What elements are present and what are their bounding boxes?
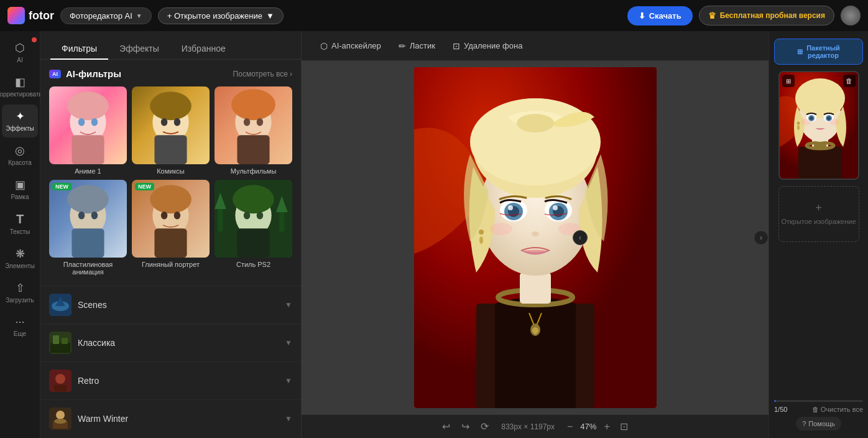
open-image-label: + Открытое изображение	[167, 11, 262, 21]
zoom-out-button[interactable]: −	[565, 420, 575, 434]
svg-rect-7	[154, 135, 187, 164]
tab-favorites[interactable]: Избранное	[170, 39, 237, 60]
svg-rect-75	[798, 147, 842, 180]
filter-item-ps2[interactable]: Стиль PS2	[215, 180, 292, 276]
category-scenes-left: Scenes	[49, 294, 107, 316]
chevron-down-icon: ▼	[285, 376, 292, 385]
category-warmwinter[interactable]: Warm Winter ▼	[40, 399, 301, 437]
trial-label: Бесплатная пробная версия	[720, 11, 825, 20]
bg-removal-tool[interactable]: ⊡ Удаление фона	[444, 36, 532, 56]
svg-point-3	[78, 118, 85, 126]
ai-upscaler-tool[interactable]: ⬡ AI-апскейлер	[312, 36, 390, 56]
sidebar-item-beauty[interactable]: ◎ Красота	[2, 139, 38, 172]
category-warmwinter-name: Warm Winter	[78, 414, 128, 424]
filter-item-plasticine[interactable]: NEW Пластилиновая анимация	[49, 180, 127, 276]
filter-thumb-plasticine: NEW	[49, 180, 127, 258]
history-button[interactable]: ⟳	[478, 419, 491, 434]
retro-thumb	[49, 370, 72, 392]
download-icon: ⬇	[639, 11, 645, 21]
tab-filters[interactable]: Фильтры	[50, 39, 108, 60]
progress-bar-wrap	[774, 400, 863, 402]
sidebar-item-elements[interactable]: ❋ Элементы	[2, 242, 38, 275]
redo-button[interactable]: ↪	[459, 419, 472, 434]
photo-editor-label: Фоторедактор AI	[70, 11, 132, 21]
svg-point-86	[827, 116, 831, 120]
svg-rect-28	[237, 228, 269, 258]
filter-thumb-comics	[132, 86, 210, 164]
filter-label-anime1: Аниме 1	[75, 167, 101, 175]
svg-point-71	[490, 223, 512, 235]
svg-point-90	[797, 125, 800, 130]
sidebar-item-upload[interactable]: ⇧ Загрузить	[2, 276, 38, 309]
view-all-label: Посмотреть все	[233, 70, 288, 78]
chevron-down-icon: ▼	[136, 12, 142, 19]
sidebar-item-more[interactable]: ··· Еще	[2, 310, 38, 343]
category-retro[interactable]: Retro ▼	[40, 361, 301, 399]
svg-point-21	[150, 185, 192, 213]
help-button[interactable]: ? Помощь	[796, 417, 841, 431]
photo-editor-btn[interactable]: Фоторедактор AI ▼	[60, 7, 152, 24]
category-scenes[interactable]: Scenes ▼	[40, 286, 301, 324]
svg-point-59	[517, 114, 554, 133]
right-image-card[interactable]: ⊞ 🗑	[778, 71, 859, 180]
clear-all-btn[interactable]: 🗑 Очистить все	[812, 406, 863, 413]
classic-thumb	[49, 332, 72, 354]
sidebar-item-frame[interactable]: ▣ Рамка	[2, 173, 38, 206]
right-panel-expand-btn[interactable]: ›	[754, 230, 769, 245]
help-label: Помощь	[808, 420, 835, 427]
sidebar-item-effects[interactable]: ✦ Эффекты	[2, 105, 38, 137]
counter: 1/50	[774, 406, 787, 413]
filter-thumb-cartoons	[215, 86, 292, 164]
sidebar-item-text[interactable]: T Тексты	[2, 207, 38, 241]
download-button[interactable]: ⬇ Скачать	[627, 6, 693, 26]
tab-effects[interactable]: Эффекты	[108, 39, 170, 60]
undo-button[interactable]: ↩	[440, 419, 453, 434]
canvas-viewport[interactable]: ‹ ›	[302, 61, 769, 414]
sidebar-item-correct[interactable]: ◧ Корректировать.	[2, 70, 38, 103]
ai-filters-title: AI-фильтры	[66, 68, 121, 79]
category-warmwinter-left: Warm Winter	[49, 408, 128, 430]
svg-point-87	[801, 119, 811, 125]
category-classic-left: Классика	[49, 332, 115, 354]
svg-point-16	[67, 185, 109, 213]
crown-icon: ♛	[708, 11, 716, 21]
filter-item-cartoons[interactable]: Мультфильмы	[215, 86, 292, 175]
frame-icon: ▣	[15, 178, 25, 192]
sidebar-item-ai[interactable]: ⬡ AI	[2, 36, 38, 69]
svg-point-63	[508, 205, 513, 210]
filter-item-clay[interactable]: NEW Глиняный портрет	[132, 180, 210, 276]
progress-bar-fill	[774, 400, 776, 402]
zoom-in-button[interactable]: +	[601, 420, 612, 434]
delete-image-btn[interactable]: 🗑	[843, 75, 856, 87]
svg-rect-41	[62, 338, 68, 344]
filter-item-anime1[interactable]: Аниме 1	[49, 86, 127, 175]
svg-point-24	[174, 212, 180, 220]
batch-editor-btn[interactable]: ⊞ Пакетный редактор	[774, 39, 863, 65]
panel-collapse-btn[interactable]: ‹	[573, 230, 588, 245]
view-all-btn[interactable]: Посмотреть все ›	[233, 70, 292, 78]
trial-button[interactable]: ♛ Бесплатная пробная версия	[699, 6, 834, 26]
filter-thumb-clay: NEW	[132, 180, 210, 258]
svg-rect-31	[218, 206, 223, 232]
category-classic[interactable]: Классика ▼	[40, 324, 301, 361]
right-bottom: 1/50 🗑 Очистить все ? Помощь	[774, 400, 863, 431]
category-scenes-name: Scenes	[78, 300, 107, 310]
elements-icon: ❋	[16, 247, 25, 261]
svg-point-88	[829, 119, 839, 125]
text-icon: T	[16, 212, 24, 226]
add-image-card[interactable]: + Открытое изображение	[778, 186, 859, 242]
avatar[interactable]	[841, 6, 861, 26]
zoom-controls: − 47% + ⊡	[565, 419, 630, 434]
notification-dot	[32, 37, 37, 42]
filter-grid: Аниме 1 Комиксы	[49, 86, 292, 276]
eraser-icon: ✏	[399, 41, 406, 51]
open-image-btn[interactable]: + Открытое изображение ▼	[158, 7, 284, 24]
ai-badge: AI	[49, 70, 61, 78]
filter-item-comics[interactable]: Комиксы	[132, 86, 210, 175]
chevron-down-icon: ▼	[285, 301, 292, 309]
left-panel: Фильтры Эффекты Избранное AI AI-фильтры …	[40, 31, 302, 438]
eraser-tool[interactable]: ✏ Ластик	[390, 36, 444, 56]
fit-screen-button[interactable]: ⊡	[617, 419, 630, 434]
svg-point-4	[91, 118, 98, 126]
chevron-right-icon: ›	[290, 70, 292, 78]
